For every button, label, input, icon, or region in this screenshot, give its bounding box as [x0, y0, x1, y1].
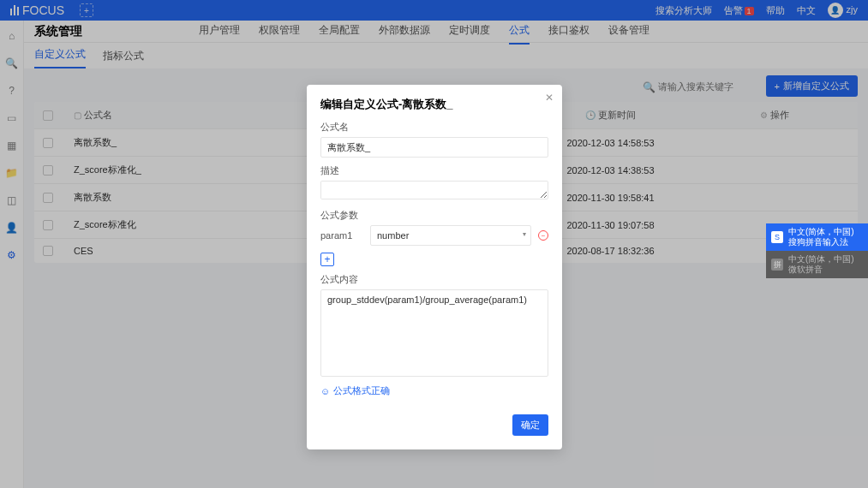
- add-param-button[interactable]: +: [320, 253, 334, 266]
- confirm-button[interactable]: 确定: [512, 414, 548, 436]
- delete-param-button[interactable]: −: [538, 230, 548, 241]
- formula-valid-hint: ☺公式格式正确: [320, 384, 548, 397]
- formula-content-input[interactable]: group_stddev(param1)/group_average(param…: [320, 289, 548, 377]
- close-icon[interactable]: ✕: [545, 92, 554, 104]
- chevron-down-icon: ▾: [523, 230, 526, 238]
- param-type-select[interactable]: [370, 225, 531, 246]
- ime-selector: S 中文(简体，中国)搜狗拼音输入法 拼 中文(简体，中国)微软拼音: [766, 223, 868, 278]
- label-params: 公式参数: [320, 209, 548, 222]
- param-name: param1: [320, 230, 363, 241]
- ime-option-ms[interactable]: 拼 中文(简体，中国)微软拼音: [766, 251, 868, 278]
- formula-desc-input[interactable]: [320, 181, 548, 199]
- check-icon: ☺: [320, 386, 330, 396]
- label-name: 公式名: [320, 121, 548, 134]
- modal-title: 编辑自定义公式-离散系数_: [320, 97, 548, 112]
- edit-formula-modal: ✕ 编辑自定义公式-离散系数_ 公式名 描述 公式参数 param1 ▾ − +…: [307, 85, 562, 449]
- ime-badge-icon: 拼: [771, 259, 783, 271]
- ime-option-sogou[interactable]: S 中文(简体，中国)搜狗拼音输入法: [766, 223, 868, 251]
- formula-name-input[interactable]: [320, 137, 548, 158]
- label-desc: 描述: [320, 164, 548, 177]
- ime-badge-icon: S: [771, 231, 783, 243]
- label-content: 公式内容: [320, 273, 548, 286]
